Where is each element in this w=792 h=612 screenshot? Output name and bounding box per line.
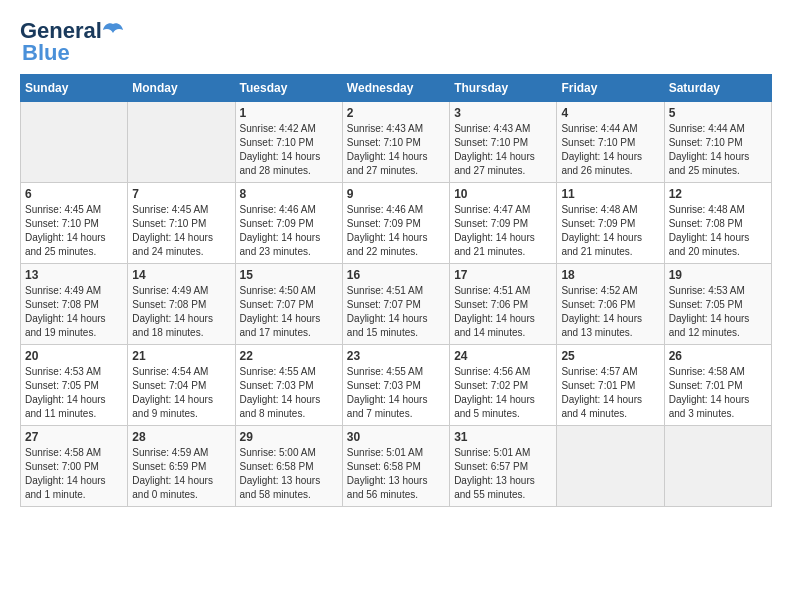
day-number: 9 <box>347 187 445 201</box>
calendar-cell: 31Sunrise: 5:01 AM Sunset: 6:57 PM Dayli… <box>450 426 557 507</box>
day-info: Sunrise: 4:43 AM Sunset: 7:10 PM Dayligh… <box>454 122 552 178</box>
day-info: Sunrise: 4:46 AM Sunset: 7:09 PM Dayligh… <box>240 203 338 259</box>
day-info: Sunrise: 5:01 AM Sunset: 6:58 PM Dayligh… <box>347 446 445 502</box>
day-info: Sunrise: 5:01 AM Sunset: 6:57 PM Dayligh… <box>454 446 552 502</box>
logo: GeneralBlue <box>20 20 124 64</box>
calendar-cell: 12Sunrise: 4:48 AM Sunset: 7:08 PM Dayli… <box>664 183 771 264</box>
calendar-cell: 24Sunrise: 4:56 AM Sunset: 7:02 PM Dayli… <box>450 345 557 426</box>
day-info: Sunrise: 4:56 AM Sunset: 7:02 PM Dayligh… <box>454 365 552 421</box>
calendar-cell: 4Sunrise: 4:44 AM Sunset: 7:10 PM Daylig… <box>557 102 664 183</box>
day-number: 25 <box>561 349 659 363</box>
header-monday: Monday <box>128 75 235 102</box>
calendar-cell: 29Sunrise: 5:00 AM Sunset: 6:58 PM Dayli… <box>235 426 342 507</box>
day-info: Sunrise: 4:59 AM Sunset: 6:59 PM Dayligh… <box>132 446 230 502</box>
day-number: 20 <box>25 349 123 363</box>
calendar-cell: 20Sunrise: 4:53 AM Sunset: 7:05 PM Dayli… <box>21 345 128 426</box>
day-info: Sunrise: 4:55 AM Sunset: 7:03 PM Dayligh… <box>347 365 445 421</box>
day-number: 15 <box>240 268 338 282</box>
calendar-header-row: SundayMondayTuesdayWednesdayThursdayFrid… <box>21 75 772 102</box>
day-number: 13 <box>25 268 123 282</box>
day-info: Sunrise: 4:44 AM Sunset: 7:10 PM Dayligh… <box>561 122 659 178</box>
day-number: 3 <box>454 106 552 120</box>
calendar-cell <box>557 426 664 507</box>
calendar-cell <box>128 102 235 183</box>
day-number: 4 <box>561 106 659 120</box>
day-number: 30 <box>347 430 445 444</box>
day-number: 5 <box>669 106 767 120</box>
calendar-cell <box>664 426 771 507</box>
day-info: Sunrise: 4:52 AM Sunset: 7:06 PM Dayligh… <box>561 284 659 340</box>
day-number: 28 <box>132 430 230 444</box>
calendar-cell: 19Sunrise: 4:53 AM Sunset: 7:05 PM Dayli… <box>664 264 771 345</box>
calendar-cell: 7Sunrise: 4:45 AM Sunset: 7:10 PM Daylig… <box>128 183 235 264</box>
day-number: 22 <box>240 349 338 363</box>
calendar-cell: 14Sunrise: 4:49 AM Sunset: 7:08 PM Dayli… <box>128 264 235 345</box>
calendar-week-4: 20Sunrise: 4:53 AM Sunset: 7:05 PM Dayli… <box>21 345 772 426</box>
calendar-week-3: 13Sunrise: 4:49 AM Sunset: 7:08 PM Dayli… <box>21 264 772 345</box>
day-info: Sunrise: 4:49 AM Sunset: 7:08 PM Dayligh… <box>25 284 123 340</box>
day-number: 12 <box>669 187 767 201</box>
day-info: Sunrise: 4:42 AM Sunset: 7:10 PM Dayligh… <box>240 122 338 178</box>
calendar-cell: 21Sunrise: 4:54 AM Sunset: 7:04 PM Dayli… <box>128 345 235 426</box>
calendar-cell: 10Sunrise: 4:47 AM Sunset: 7:09 PM Dayli… <box>450 183 557 264</box>
header-friday: Friday <box>557 75 664 102</box>
day-number: 31 <box>454 430 552 444</box>
calendar-cell: 16Sunrise: 4:51 AM Sunset: 7:07 PM Dayli… <box>342 264 449 345</box>
header-saturday: Saturday <box>664 75 771 102</box>
day-info: Sunrise: 4:45 AM Sunset: 7:10 PM Dayligh… <box>132 203 230 259</box>
day-info: Sunrise: 4:51 AM Sunset: 7:07 PM Dayligh… <box>347 284 445 340</box>
day-number: 6 <box>25 187 123 201</box>
calendar-cell: 11Sunrise: 4:48 AM Sunset: 7:09 PM Dayli… <box>557 183 664 264</box>
calendar-cell: 5Sunrise: 4:44 AM Sunset: 7:10 PM Daylig… <box>664 102 771 183</box>
logo-bird-icon <box>102 22 124 40</box>
day-info: Sunrise: 4:49 AM Sunset: 7:08 PM Dayligh… <box>132 284 230 340</box>
calendar-cell: 13Sunrise: 4:49 AM Sunset: 7:08 PM Dayli… <box>21 264 128 345</box>
day-info: Sunrise: 4:45 AM Sunset: 7:10 PM Dayligh… <box>25 203 123 259</box>
day-info: Sunrise: 4:58 AM Sunset: 7:00 PM Dayligh… <box>25 446 123 502</box>
day-number: 23 <box>347 349 445 363</box>
header-thursday: Thursday <box>450 75 557 102</box>
day-number: 27 <box>25 430 123 444</box>
day-number: 19 <box>669 268 767 282</box>
header-sunday: Sunday <box>21 75 128 102</box>
header-tuesday: Tuesday <box>235 75 342 102</box>
day-number: 16 <box>347 268 445 282</box>
calendar-cell: 8Sunrise: 4:46 AM Sunset: 7:09 PM Daylig… <box>235 183 342 264</box>
header-wednesday: Wednesday <box>342 75 449 102</box>
calendar-cell: 25Sunrise: 4:57 AM Sunset: 7:01 PM Dayli… <box>557 345 664 426</box>
calendar-cell: 2Sunrise: 4:43 AM Sunset: 7:10 PM Daylig… <box>342 102 449 183</box>
day-info: Sunrise: 4:55 AM Sunset: 7:03 PM Dayligh… <box>240 365 338 421</box>
logo-blue-label: Blue <box>22 42 70 64</box>
day-info: Sunrise: 4:44 AM Sunset: 7:10 PM Dayligh… <box>669 122 767 178</box>
calendar-cell: 3Sunrise: 4:43 AM Sunset: 7:10 PM Daylig… <box>450 102 557 183</box>
calendar-table: SundayMondayTuesdayWednesdayThursdayFrid… <box>20 74 772 507</box>
day-info: Sunrise: 4:48 AM Sunset: 7:09 PM Dayligh… <box>561 203 659 259</box>
calendar-cell: 26Sunrise: 4:58 AM Sunset: 7:01 PM Dayli… <box>664 345 771 426</box>
calendar-cell: 18Sunrise: 4:52 AM Sunset: 7:06 PM Dayli… <box>557 264 664 345</box>
day-info: Sunrise: 4:46 AM Sunset: 7:09 PM Dayligh… <box>347 203 445 259</box>
page-header: GeneralBlue <box>20 20 772 64</box>
calendar-cell: 22Sunrise: 4:55 AM Sunset: 7:03 PM Dayli… <box>235 345 342 426</box>
calendar-cell: 1Sunrise: 4:42 AM Sunset: 7:10 PM Daylig… <box>235 102 342 183</box>
day-info: Sunrise: 4:53 AM Sunset: 7:05 PM Dayligh… <box>669 284 767 340</box>
day-number: 2 <box>347 106 445 120</box>
calendar-week-1: 1Sunrise: 4:42 AM Sunset: 7:10 PM Daylig… <box>21 102 772 183</box>
day-info: Sunrise: 4:51 AM Sunset: 7:06 PM Dayligh… <box>454 284 552 340</box>
day-number: 26 <box>669 349 767 363</box>
day-info: Sunrise: 4:47 AM Sunset: 7:09 PM Dayligh… <box>454 203 552 259</box>
day-info: Sunrise: 4:43 AM Sunset: 7:10 PM Dayligh… <box>347 122 445 178</box>
calendar-cell: 27Sunrise: 4:58 AM Sunset: 7:00 PM Dayli… <box>21 426 128 507</box>
calendar-week-2: 6Sunrise: 4:45 AM Sunset: 7:10 PM Daylig… <box>21 183 772 264</box>
day-info: Sunrise: 4:53 AM Sunset: 7:05 PM Dayligh… <box>25 365 123 421</box>
calendar-cell <box>21 102 128 183</box>
calendar-week-5: 27Sunrise: 4:58 AM Sunset: 7:00 PM Dayli… <box>21 426 772 507</box>
day-info: Sunrise: 4:54 AM Sunset: 7:04 PM Dayligh… <box>132 365 230 421</box>
calendar-cell: 6Sunrise: 4:45 AM Sunset: 7:10 PM Daylig… <box>21 183 128 264</box>
logo-general-text: General <box>20 20 102 42</box>
day-info: Sunrise: 4:58 AM Sunset: 7:01 PM Dayligh… <box>669 365 767 421</box>
day-number: 17 <box>454 268 552 282</box>
day-info: Sunrise: 4:50 AM Sunset: 7:07 PM Dayligh… <box>240 284 338 340</box>
day-number: 24 <box>454 349 552 363</box>
calendar-cell: 28Sunrise: 4:59 AM Sunset: 6:59 PM Dayli… <box>128 426 235 507</box>
day-number: 10 <box>454 187 552 201</box>
